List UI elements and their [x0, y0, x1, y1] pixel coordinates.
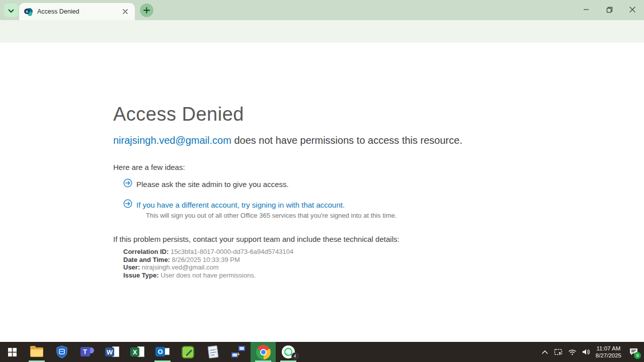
new-tab-button[interactable] [140, 4, 153, 17]
sign-out-note: This will sign you out of all other Offi… [146, 212, 483, 219]
tray-chevron-up-icon[interactable] [541, 350, 548, 354]
windows-taskbar: T W X O + [0, 342, 644, 362]
security-shield-icon [56, 345, 68, 358]
tab-close-icon[interactable] [121, 7, 130, 16]
sharepoint-favicon-icon: s [24, 8, 33, 16]
user-email-link[interactable]: nirajsingh.ved@gmail.com [113, 135, 231, 146]
teams-icon: T [80, 345, 94, 358]
sign-in-different-account-link[interactable]: If you have a different account, try sig… [136, 201, 345, 209]
tab-search-button[interactable] [4, 4, 18, 17]
notification-count-badge: 9 [634, 352, 641, 359]
chrome-icon [256, 345, 271, 359]
taskbar-word[interactable]: W [100, 342, 125, 362]
clock-time: 11:07 AM [596, 345, 621, 352]
page-content: Access Denied nirajsingh.ved@gmail.com d… [0, 43, 644, 341]
detail-row-date-time: Date and Time: 8/26/2025 10:33:39 PM [123, 256, 483, 264]
taskbar-excel[interactable]: X [125, 342, 150, 362]
idea-ask-admin-text: Please ask the site admin to give you ac… [136, 180, 289, 189]
notepad-icon [207, 345, 218, 358]
support-message: If this problem persists, contact your s… [113, 235, 483, 243]
taskbar-chrome[interactable] [251, 342, 276, 362]
action-center-button[interactable]: 9 [627, 345, 640, 358]
idea-item-different-account: If you have a different account, try sig… [123, 199, 483, 210]
greenshot-icon [182, 346, 194, 358]
excel-icon: X [130, 346, 144, 358]
technical-details: Correlation ID: 15c3bfa1-8017-0000-dd73-… [123, 248, 483, 279]
word-icon: W [105, 346, 119, 358]
start-button[interactable] [0, 342, 24, 362]
arrow-circle-icon [123, 178, 132, 190]
tray-display-icon[interactable] [554, 348, 562, 355]
taskbar-security-app[interactable] [49, 342, 74, 362]
page-title: Access Denied [113, 103, 483, 125]
browser-toolbar: onedrive.live.com/personal/22a168368950c… [0, 20, 644, 43]
clock-date: 8/27/2025 [596, 352, 621, 359]
detail-row-issue-type: Issue Type: User does not have permissio… [123, 272, 483, 280]
taskbar-remote-desktop[interactable]: + [225, 342, 251, 362]
file-explorer-icon [30, 347, 43, 357]
taskbar-chat-app[interactable]: 4 [276, 342, 301, 362]
taskbar-teams[interactable]: T [74, 342, 100, 362]
system-tray: 11:07 AM 8/27/2025 9 [541, 342, 644, 362]
minimize-button[interactable] [575, 0, 598, 19]
taskbar-notepad[interactable] [200, 342, 225, 362]
window-controls [575, 0, 644, 19]
arrow-circle-icon [123, 199, 132, 210]
taskbar-clock[interactable]: 11:07 AM 8/27/2025 [596, 345, 621, 359]
taskbar-outlook[interactable]: O [150, 342, 175, 362]
plus-icon [143, 7, 150, 14]
close-window-button[interactable] [621, 0, 644, 19]
detail-row-user: User: nirajsingh.ved@gmail.com [123, 263, 483, 272]
ideas-heading: Here are a few ideas: [113, 163, 483, 171]
tray-wifi-icon[interactable] [568, 349, 577, 355]
tab-title: Access Denied [37, 8, 121, 15]
idea-item-ask-admin: Please ask the site admin to give you ac… [123, 178, 483, 190]
restore-button[interactable] [598, 0, 621, 19]
taskbar-greenshot[interactable] [175, 342, 200, 362]
denied-message: nirajsingh.ved@gmail.com does not have p… [113, 135, 483, 146]
outlook-icon: O [155, 346, 170, 358]
remote-desktop-icon: + [231, 346, 245, 358]
chat-unread-badge: 4 [291, 352, 298, 359]
windows-logo-icon [8, 348, 17, 356]
chevron-down-icon [8, 6, 14, 15]
browser-tab-access-denied[interactable]: s Access Denied [19, 3, 135, 20]
tray-volume-icon[interactable] [582, 348, 590, 355]
taskbar-file-explorer[interactable] [24, 342, 49, 362]
detail-row-correlation-id: Correlation ID: 15c3bfa1-8017-0000-dd73-… [123, 248, 483, 256]
browser-tab-strip: s Access Denied [0, 0, 644, 20]
